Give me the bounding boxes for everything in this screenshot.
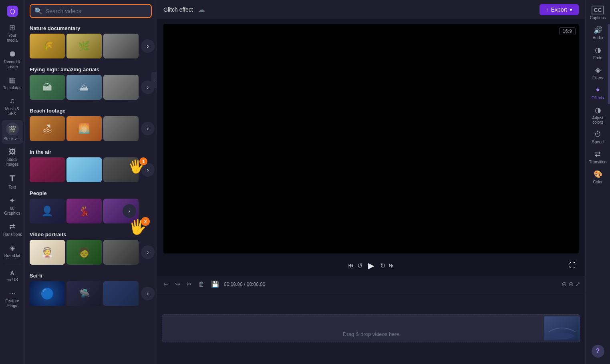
zoom-controls: ⊖ ⊕ ⤢ <box>562 280 580 288</box>
video-thumb-nature1[interactable]: 🌾 <box>30 34 65 58</box>
more-beach-button[interactable]: › <box>141 122 155 135</box>
sidebar-item-record-create[interactable]: ⏺ Record &create <box>2 47 23 72</box>
video-grid-flying: 🏔 ⛰ › <box>25 75 157 105</box>
sidebar-item-brand-kit[interactable]: ◈ Brand kit <box>2 241 23 261</box>
drag-drop-label: Drag & drop videos here <box>343 331 399 337</box>
panel-collapse-handle[interactable]: ‹ <box>151 72 157 88</box>
right-tool-speed[interactable]: ⏱ Speed <box>587 128 609 147</box>
timeline-area: ↩ ↪ ✂ 🗑 💾 00:00.00 / 00:00.00 ⊖ ⊕ ⤢ <box>157 276 585 364</box>
sidebar-item-transitions[interactable]: ⇄ Transitions <box>2 220 23 239</box>
zoom-in-button[interactable]: ⊕ <box>568 280 574 288</box>
video-thumb-people3[interactable]: › <box>103 199 139 223</box>
adjust-colors-label: Adjustcolors <box>592 116 604 125</box>
more-air-button[interactable]: › <box>141 163 155 177</box>
more-nature-button[interactable]: › <box>141 39 155 53</box>
section-title-scifi: Sci-fi <box>25 269 157 281</box>
more-scifi-button[interactable]: › <box>141 287 155 300</box>
sidebar-item-feature-flags[interactable]: ⋯ Feature Flags <box>2 286 23 311</box>
fit-button[interactable]: ⤢ <box>575 280 580 288</box>
save-button[interactable]: 💾 <box>209 279 221 290</box>
sidebar-item-logo[interactable]: ⬡ <box>2 3 23 19</box>
aspect-ratio-badge: 16:9 <box>559 27 576 35</box>
right-tool-filters[interactable]: ◈ Filters <box>587 63 609 82</box>
search-input[interactable] <box>46 8 147 14</box>
video-thumb-portrait2[interactable]: 🧑 <box>66 240 102 265</box>
video-thumb-nature2[interactable]: 🌿 <box>66 34 102 58</box>
video-thumb-portrait1[interactable]: 👰 <box>30 240 65 265</box>
more-people-button[interactable]: › <box>123 204 136 218</box>
transition-icon: ⇄ <box>595 150 601 159</box>
right-tool-audio[interactable]: 🔊 Audio <box>587 23 609 42</box>
skip-forward-button[interactable]: ⏭ <box>387 260 397 271</box>
filters-label: Filters <box>592 76 603 80</box>
video-thumb-air3[interactable] <box>103 157 139 182</box>
play-button[interactable]: ▶ <box>364 258 378 273</box>
sidebar-item-templates[interactable]: ▦ Templates <box>2 73 23 93</box>
undo-button[interactable]: ↩ <box>162 279 170 290</box>
sidebar-item-stock-video[interactable]: 🎬 Stock vi... <box>2 120 23 144</box>
timeline-track[interactable]: Drag & drop videos here <box>162 314 580 342</box>
export-button[interactable]: ↑ Export ▾ <box>540 4 579 15</box>
sidebar-item-graphics[interactable]: ✦ 88 Graphics <box>2 194 23 218</box>
right-tool-adjust-colors[interactable]: ◑ Adjustcolors <box>587 103 609 127</box>
section-title-air: in the air <box>25 146 157 157</box>
search-input-wrapper[interactable]: 🔍 <box>30 4 152 18</box>
fullscreen-button[interactable]: ⛶ <box>569 262 576 269</box>
video-grid-portraits: 👰 🧑 › <box>25 240 157 269</box>
help-button[interactable]: ? <box>592 345 604 358</box>
cut-button[interactable]: ✂ <box>185 279 193 290</box>
adjust-colors-icon: ◑ <box>595 106 601 115</box>
zoom-out-button[interactable]: ⊖ <box>562 280 567 288</box>
effects-icon: ✦ <box>595 86 601 95</box>
video-thumb-flying3[interactable] <box>103 75 139 100</box>
fade-icon: ◑ <box>595 46 601 54</box>
right-tool-fade[interactable]: ◑ Fade <box>587 43 609 62</box>
video-thumb-beach1[interactable]: 🏖 <box>30 116 65 141</box>
video-thumb-flying1[interactable]: 🏔 <box>30 75 65 100</box>
video-thumb-people1[interactable]: 👤 <box>30 199 65 223</box>
video-thumb-air1[interactable] <box>30 157 65 182</box>
right-tool-effects[interactable]: ✦ Effects <box>587 83 609 103</box>
speed-label: Speed <box>592 140 604 144</box>
rewind-button[interactable]: ↺ <box>356 260 364 271</box>
right-tool-color[interactable]: 🎨 Color <box>587 167 609 187</box>
delete-button[interactable]: 🗑 <box>197 279 206 290</box>
section-in-the-air: in the air › 🖐 1 <box>25 146 157 187</box>
more-portraits-button[interactable]: › <box>141 245 155 259</box>
video-thumb-people2[interactable]: 💃 <box>66 199 102 223</box>
video-thumb-scifi2[interactable]: 🛸 <box>66 281 102 306</box>
video-grid-scifi: 🔵 🛸 › <box>25 281 157 311</box>
section-nature-documentary: Nature documentary 🌾 🌿 › <box>25 22 157 63</box>
section-title-beach: Beach footage <box>25 105 157 116</box>
video-thumb-beach3[interactable] <box>103 116 139 141</box>
timeline-clip[interactable] <box>544 316 580 340</box>
captions-label: Captions <box>590 16 606 20</box>
sidebar-item-music-sfx[interactable]: ♫ Music & SFX <box>2 95 23 119</box>
video-grid-air: › 🖐 1 <box>25 157 157 187</box>
sidebar-item-your-media[interactable]: ⊞ Your media <box>2 21 23 45</box>
video-thumb-scifi1[interactable]: 🔵 <box>30 281 65 306</box>
section-sci-fi: Sci-fi 🔵 🛸 › <box>25 269 157 311</box>
filters-icon: ◈ <box>595 66 601 74</box>
section-title-people: People <box>25 187 157 199</box>
video-thumb-beach2[interactable]: 🌅 <box>66 116 102 141</box>
section-people: People 👤 💃 › 🖐 <box>25 187 157 228</box>
export-icon: ↑ <box>546 6 549 13</box>
video-thumb-nature3[interactable] <box>103 34 139 58</box>
forward-button[interactable]: ↻ <box>378 260 387 271</box>
video-thumb-flying2[interactable]: ⛰ <box>66 75 102 100</box>
sidebar-item-stock-images[interactable]: 🖼 Stockimages <box>2 145 23 169</box>
skip-back-button[interactable]: ⏮ <box>346 260 356 271</box>
section-beach-footage: Beach footage 🏖 🌅 › <box>25 105 157 146</box>
sidebar-item-en-us[interactable]: A en-US <box>2 267 23 285</box>
right-tool-transition[interactable]: ⇄ Transition <box>587 147 609 167</box>
redo-button[interactable]: ↪ <box>173 279 182 290</box>
right-tool-captions[interactable]: CC Captions <box>587 3 609 22</box>
effect-title: Glitch effect <box>163 6 193 13</box>
video-thumb-air2[interactable] <box>66 157 102 182</box>
video-thumb-scifi3[interactable] <box>103 281 139 306</box>
section-flying-high: Flying high: amazing aerials 🏔 ⛰ › <box>25 63 157 105</box>
sidebar-item-text[interactable]: T Text <box>2 171 23 192</box>
video-thumb-portrait3[interactable] <box>103 240 139 265</box>
left-sidebar: ⬡ ⊞ Your media ⏺ Record &create ▦ Templa… <box>0 0 25 364</box>
